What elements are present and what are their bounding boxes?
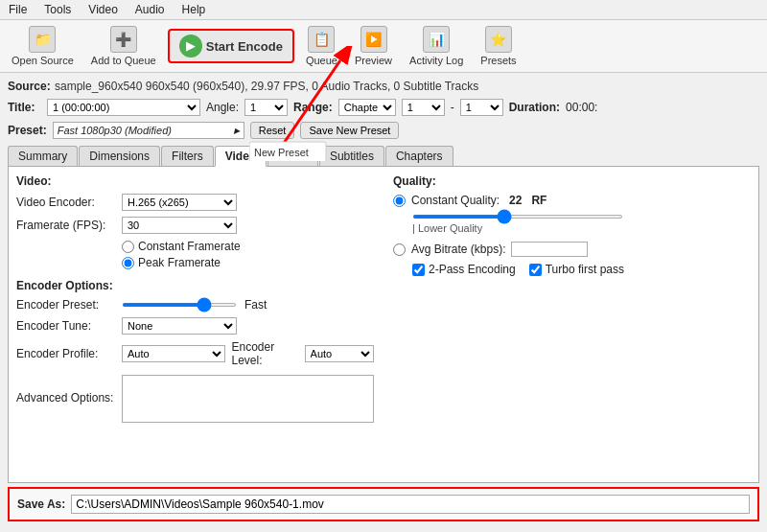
main-content: Source: sample_960x540 960x540 (960x540)… bbox=[0, 73, 767, 525]
turbo-first-pass-item: Turbo first pass bbox=[529, 263, 624, 276]
queue-button[interactable]: 📋 Queue bbox=[300, 24, 343, 68]
video-section-title: Video: bbox=[16, 174, 374, 188]
menu-tools[interactable]: Tools bbox=[41, 2, 74, 17]
toolbar: 📁 Open Source ➕ Add to Queue ▶ Start Enc… bbox=[0, 20, 767, 73]
encoder-select[interactable]: H.265 (x265) H.264 (x264) MPEG-4 bbox=[122, 194, 237, 211]
range-to-select[interactable]: 1 bbox=[460, 99, 503, 116]
preview-icon: ▶️ bbox=[360, 26, 387, 53]
presets-icon: ⭐ bbox=[485, 26, 512, 53]
peak-framerate-option[interactable]: Peak Framerate bbox=[122, 256, 374, 269]
peak-framerate-radio[interactable] bbox=[122, 257, 134, 269]
save-as-row: Save As: bbox=[8, 487, 759, 521]
duration-label: Duration: bbox=[509, 101, 560, 114]
encoder-profile-label: Encoder Profile: bbox=[16, 347, 122, 360]
save-as-input[interactable] bbox=[71, 495, 750, 514]
open-source-button[interactable]: 📁 Open Source bbox=[6, 24, 80, 68]
tab-subtitles[interactable]: Subtitles bbox=[319, 146, 384, 166]
avg-bitrate-input[interactable] bbox=[511, 242, 588, 257]
constant-quality-row: Constant Quality: 22 RF bbox=[393, 194, 751, 207]
encoder-options-title: Encoder Options: bbox=[16, 279, 374, 292]
preview-button[interactable]: ▶️ Preview bbox=[349, 24, 398, 68]
preset-dropdown[interactable]: Fast 1080p30 (Modified) ▶ bbox=[53, 122, 244, 139]
two-pass-label: 2-Pass Encoding bbox=[429, 263, 516, 276]
angle-label: Angle: bbox=[206, 101, 239, 114]
queue-icon: 📋 bbox=[308, 26, 335, 53]
menu-file[interactable]: File bbox=[6, 2, 30, 17]
encoder-profile-select[interactable]: Auto Main bbox=[122, 345, 225, 362]
range-from-select[interactable]: 1 bbox=[402, 99, 445, 116]
angle-select[interactable]: 1 bbox=[244, 99, 288, 116]
framerate-mode-group: Constant Framerate Peak Framerate bbox=[122, 240, 374, 269]
title-row: Title: 1 (00:00:00) Angle: 1 Range: Chap… bbox=[8, 96, 759, 119]
menu-help[interactable]: Help bbox=[179, 2, 209, 17]
framerate-label: Framerate (FPS): bbox=[16, 219, 122, 232]
source-info: sample_960x540 960x540 (960x540), 29.97 … bbox=[55, 80, 478, 93]
tabs-row: Summary Dimensions Filters Video Audio S… bbox=[8, 146, 759, 167]
activity-log-button[interactable]: 📊 Activity Log bbox=[404, 24, 469, 68]
constant-quality-label: Constant Quality: bbox=[411, 194, 500, 207]
start-encode-button[interactable]: ▶ Start Encode bbox=[168, 29, 294, 63]
constant-quality-radio[interactable] bbox=[393, 195, 406, 207]
add-to-queue-button[interactable]: ➕ Add to Queue bbox=[85, 24, 162, 68]
encoding-options-row: 2-Pass Encoding Turbo first pass bbox=[412, 263, 751, 276]
encoder-preset-row: Encoder Preset: Fast bbox=[16, 298, 374, 312]
panel-left: Video: Video Encoder: H.265 (x265) H.264… bbox=[16, 174, 374, 474]
constant-framerate-option[interactable]: Constant Framerate bbox=[122, 240, 374, 253]
add-to-queue-icon: ➕ bbox=[110, 26, 137, 53]
encoder-preset-slider[interactable] bbox=[122, 303, 237, 307]
turbo-first-pass-checkbox[interactable] bbox=[529, 264, 542, 276]
constant-framerate-label: Constant Framerate bbox=[138, 240, 241, 253]
encoder-label: Video Encoder: bbox=[16, 196, 122, 209]
tab-video[interactable]: Video bbox=[215, 146, 267, 167]
preset-label: Preset: bbox=[8, 124, 47, 137]
encoder-level-label: Encoder Level: bbox=[231, 340, 300, 367]
save-as-label: Save As: bbox=[17, 497, 65, 511]
two-pass-checkbox[interactable] bbox=[412, 264, 425, 276]
range-dash: - bbox=[451, 101, 454, 114]
video-panel: Video: Video Encoder: H.265 (x265) H.264… bbox=[8, 167, 759, 483]
encoder-level-select[interactable]: Auto 4.0 bbox=[305, 345, 374, 362]
play-icon: ▶ bbox=[179, 35, 202, 58]
encoder-preset-label: Encoder Preset: bbox=[16, 298, 122, 312]
menu-video[interactable]: Video bbox=[85, 2, 120, 17]
quality-slider[interactable] bbox=[412, 215, 623, 219]
preset-arrow-icon: ▶ bbox=[234, 127, 240, 135]
encoder-profile-level-row: Encoder Profile: Auto Main Encoder Level… bbox=[16, 340, 374, 367]
source-label: Source: bbox=[8, 80, 51, 93]
panel-right: Quality: Constant Quality: 22 RF | Lower… bbox=[393, 174, 751, 474]
menu-bar: File Tools Video Audio Help bbox=[0, 0, 767, 20]
source-row: Source: sample_960x540 960x540 (960x540)… bbox=[8, 77, 759, 96]
tab-filters[interactable]: Filters bbox=[161, 146, 214, 166]
two-pass-item: 2-Pass Encoding bbox=[412, 263, 516, 276]
quality-title: Quality: bbox=[393, 174, 751, 188]
tab-summary[interactable]: Summary bbox=[8, 146, 78, 166]
save-new-preset-button[interactable]: Save New Preset bbox=[300, 122, 399, 139]
turbo-first-pass-label: Turbo first pass bbox=[546, 263, 624, 276]
duration-value: 00:00: bbox=[566, 101, 597, 114]
activity-log-icon: 📊 bbox=[423, 26, 450, 53]
menu-audio[interactable]: Audio bbox=[132, 2, 168, 17]
reset-button[interactable]: Reset bbox=[250, 122, 295, 139]
presets-button[interactable]: ⭐ Presets bbox=[475, 24, 522, 68]
peak-framerate-label: Peak Framerate bbox=[138, 256, 221, 269]
avg-bitrate-radio[interactable] bbox=[393, 243, 406, 256]
avg-bitrate-label: Avg Bitrate (kbps): bbox=[411, 243, 505, 256]
advanced-options-textarea[interactable] bbox=[122, 375, 374, 423]
encoder-row: Video Encoder: H.265 (x265) H.264 (x264)… bbox=[16, 194, 374, 211]
avg-bitrate-row: Avg Bitrate (kbps): bbox=[393, 242, 751, 257]
encoder-tune-label: Encoder Tune: bbox=[16, 319, 122, 333]
tab-chapters[interactable]: Chapters bbox=[385, 146, 453, 166]
constant-framerate-radio[interactable] bbox=[122, 241, 134, 253]
title-select[interactable]: 1 (00:00:00) bbox=[47, 99, 200, 116]
tab-dimensions[interactable]: Dimensions bbox=[79, 146, 160, 166]
encoder-preset-slider-container: Fast bbox=[122, 298, 267, 312]
range-type-select[interactable]: Chapters Seconds Frames bbox=[338, 99, 396, 116]
range-label: Range: bbox=[293, 101, 333, 114]
quality-slider-row bbox=[412, 215, 751, 219]
encoder-tune-select[interactable]: None Film Animation bbox=[122, 317, 237, 335]
open-source-icon: 📁 bbox=[29, 26, 56, 53]
framerate-select[interactable]: 30 29.97 25 24 bbox=[122, 217, 237, 234]
tab-audio[interactable]: Audio bbox=[267, 146, 318, 166]
preset-value: Fast 1080p30 (Modified) bbox=[58, 125, 172, 136]
encoder-tune-row: Encoder Tune: None Film Animation bbox=[16, 317, 374, 335]
